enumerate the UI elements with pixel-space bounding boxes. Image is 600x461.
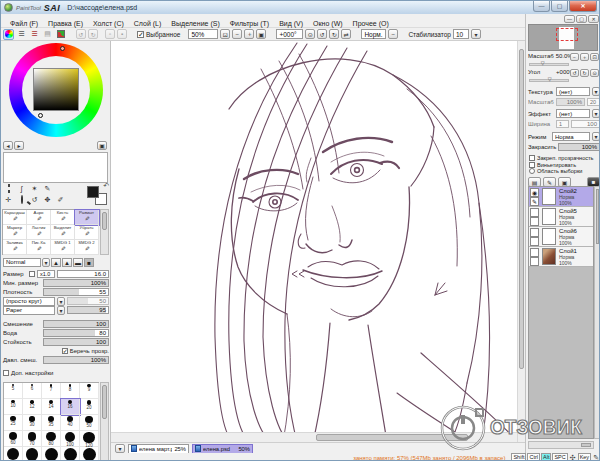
min-size-slider[interactable]: 100% [43,279,109,287]
layer-row-Слой1[interactable]: Слой1Норма100% [529,247,593,267]
key-config-button[interactable]: Key [578,453,591,461]
brush-size-9[interactable]: 9 [80,383,99,399]
mdi-restore-button[interactable]: ▢ [576,15,587,23]
sampling-mode-field[interactable]: Норм. [361,29,386,39]
rotate-ccw-button[interactable]: ↺ [317,29,327,39]
rotate-reset-button[interactable]: ⊙ [305,29,315,39]
canvas-horizontal-scrollbar[interactable] [111,432,517,442]
nav-zoom-in-button[interactable]: ＋ [580,53,589,61]
brush-size-140[interactable]: 140 [4,447,23,461]
brush-tip-flat-icon[interactable]: ▬ [73,258,83,267]
nav-angle-slider[interactable]: ▽ [529,79,569,82]
layer-texture-dropdown-arrow[interactable]: ▾ [592,87,600,96]
undo-button[interactable]: ↺ [76,29,86,39]
redo-button[interactable]: ↻ [88,29,98,39]
layer-effect-dropdown-arrow[interactable]: ▾ [592,109,600,118]
brush-size-14[interactable]: 14 [42,399,61,415]
rotate-cw-button[interactable]: ↻ [329,29,339,39]
nav-zoom-out-button[interactable]: − [570,53,579,61]
layer-visibility-eye-icon[interactable]: ◉ [530,188,539,197]
tool-cell-8[interactable]: Заливка✎ [3,240,27,255]
tool-cell-11[interactable]: SMDG 2✎ [75,240,99,255]
tool-cell-0[interactable]: Карандаш✎ [3,210,27,225]
tool-cell-5[interactable]: Ластик✎ [27,225,51,240]
brush-texture-dropdown[interactable]: Paper [3,306,55,315]
layer-visibility-eye-icon[interactable] [530,208,539,217]
size-palette-scrollbar[interactable] [100,382,109,461]
canvas[interactable] [111,41,517,442]
layer-texture-dropdown[interactable]: (нет) [556,87,590,96]
brush-size-60[interactable]: 60 [4,431,23,447]
sv-cursor[interactable] [38,113,43,118]
magic-wand-tool[interactable]: ✶ [29,184,40,194]
tab-document-1[interactable]: елена март.psd 25% [128,444,189,454]
menu-item-6[interactable]: Вид (V) [274,20,308,27]
size-multiplier[interactable]: x1.0 [37,270,55,278]
menu-item-7[interactable]: Окно (W) [308,20,347,27]
rect-select-tool[interactable] [3,184,14,194]
maximize-button[interactable]: ▢ [551,1,568,12]
minimize-button[interactable]: — [533,1,550,12]
selection-source-radio[interactable] [529,168,535,174]
move-tool[interactable]: ✛ [3,195,14,205]
layer-row-Слой6[interactable]: Слой6Норма100% [529,227,593,247]
menu-item-3[interactable]: Слой (L) [129,20,167,27]
keep-opacity-checkbox[interactable]: ✓ [62,348,68,354]
brush-texture-slider[interactable]: 95 [67,306,109,314]
brush-size-50[interactable]: 50 [80,415,99,431]
stabilizer-dropdown-button[interactable]: ▾ [471,29,481,39]
eyedropper-tool[interactable]: ✐ [55,195,66,205]
brush-size-5[interactable]: 5 [4,383,23,399]
zoom-tool[interactable] [16,195,27,205]
navigator-viewport[interactable] [556,28,578,41]
menu-item-2[interactable]: Холст (C) [88,20,129,27]
sampling-mode-button[interactable]: − [388,29,398,39]
hue-cursor[interactable] [60,46,65,51]
rgb-slider-panel-button[interactable]: ☰ [16,29,27,40]
stabilizer-value-field[interactable]: 10 [453,29,469,39]
nav-scale-slider[interactable]: ▽ [529,63,569,66]
layer-row-Слой5[interactable]: Слой5Норма100% [529,207,593,227]
brush-size-200[interactable]: 200 [61,447,80,461]
layer-panel-hscrollbar[interactable] [528,441,594,449]
layer-list-scrollbar[interactable] [594,186,600,439]
zoom-in-button[interactable]: ＋ [244,29,254,39]
brush-shape-dropdown-arrow[interactable]: ▾ [57,297,65,306]
size-unit-checkbox[interactable] [29,271,35,277]
menu-item-1[interactable]: Правка (E) [43,20,88,27]
pressure-blend-slider[interactable]: 100% [43,356,109,364]
tab-list-button[interactable]: ▾ [115,444,125,453]
layer-effect-dropdown[interactable]: (нет) [556,109,590,118]
tool-cell-7[interactable]: Убрать✎ [75,225,99,240]
brush-size-180[interactable]: 180 [42,447,61,461]
tool-cell-4[interactable]: Маркер✎ [3,225,27,240]
invert-selection-button[interactable]: ▪ [117,29,127,39]
tool-grid-scrollbar[interactable] [100,209,109,255]
nav-rotate-cw-button[interactable]: ↻ [580,69,589,77]
scratchpad-prev-button[interactable]: ◂ [3,141,13,150]
tool-cell-3[interactable]: Размыт✎ [75,210,99,225]
scratchpad[interactable] [3,152,108,183]
brush-size-8[interactable]: 8 [61,383,80,399]
brush-size-16[interactable]: 16 [61,399,80,415]
zoom-reset-button[interactable]: ⊡ [220,29,230,39]
deselect-button[interactable]: ▫ [105,29,115,39]
brush-size-40[interactable]: 40 [61,415,80,431]
scratchpad-next-button[interactable]: ▸ [14,141,24,150]
selection-checkbox[interactable]: ✓ [137,31,144,38]
color-wheel-panel-button[interactable] [3,29,14,40]
brush-size-160[interactable]: 160 [23,447,42,461]
brush-blend-dropdown-arrow[interactable]: ▾ [42,258,50,267]
brush-shape-slider[interactable]: 50 [67,297,109,305]
brush-size-25[interactable]: 25 [4,415,23,431]
tool-cell-2[interactable]: Кисть✎ [51,210,75,225]
navigator[interactable] [528,24,598,51]
menu-item-4[interactable]: Выделение (S) [166,20,224,27]
brush-size-250[interactable]: 250 [80,447,99,461]
zoom-fit-button[interactable]: ▣ [256,29,266,39]
hand-tool[interactable]: ✥ [42,195,53,205]
tab-document-2[interactable]: елена.psd 50% [192,444,253,454]
nav-rotate-reset-button[interactable]: ⊙ [590,69,599,77]
size-slider[interactable]: 16.0 [57,270,109,278]
select-pen-tool[interactable]: ✎ [42,184,53,194]
